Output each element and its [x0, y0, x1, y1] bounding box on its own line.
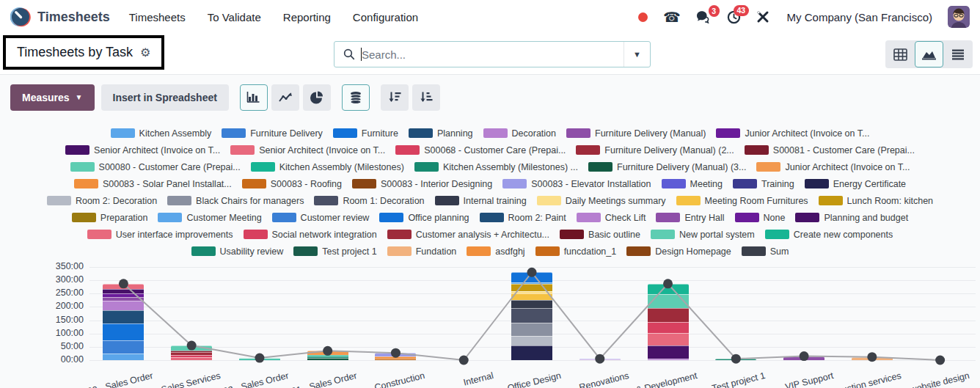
legend-item[interactable]: Office planning — [379, 213, 469, 223]
app-brand[interactable]: Timesheets — [10, 7, 110, 27]
legend-item[interactable]: S00083 - Elevator Installation — [502, 179, 651, 189]
legend-item[interactable]: asdfghj — [467, 246, 524, 257]
graph-view-button[interactable] — [915, 41, 943, 67]
legend-swatch — [502, 179, 527, 188]
legend-item[interactable]: Meeting — [662, 179, 723, 189]
legend-item[interactable]: None — [735, 213, 786, 223]
legend-item[interactable]: S00083 - Roofing — [242, 179, 342, 189]
legend-item[interactable]: Check Lift — [577, 213, 646, 223]
legend-item[interactable]: Sum — [742, 246, 789, 257]
insert-in-spreadsheet-button[interactable]: Insert in Spreadsheet — [101, 84, 229, 111]
bar-chart-button[interactable] — [240, 84, 268, 111]
legend-item[interactable]: Usability review — [191, 246, 284, 257]
bar-segment — [648, 345, 689, 359]
legend-item[interactable]: Junior Architect (Invoice on T... — [716, 128, 869, 139]
legend-item[interactable]: Internal training — [435, 196, 527, 206]
legend-item[interactable]: S00083 - Interior Designing — [352, 179, 492, 189]
pie-chart-button[interactable] — [303, 84, 331, 111]
legend-item[interactable]: Kitchen Assembly (Milestones) — [251, 162, 404, 172]
legend-item[interactable]: Daily Meetings summary — [537, 196, 666, 206]
legend-item[interactable]: User interface improvements — [87, 230, 233, 240]
legend-item[interactable]: Customer review — [272, 213, 370, 223]
legend-item[interactable]: Room 2: Decoration — [47, 196, 157, 206]
legend-item[interactable]: Preparation — [72, 213, 148, 223]
search-dropdown-toggle[interactable]: ▼ — [624, 42, 650, 67]
y-axis-tick-label: 00:00 — [43, 354, 84, 365]
nav-menu-item[interactable]: Reporting — [283, 11, 331, 23]
legend-item[interactable]: Basic outline — [560, 230, 640, 240]
legend-item[interactable]: S00081 - Customer Care (Prepai... — [745, 145, 915, 155]
legend-item[interactable]: Lunch Room: kitchen — [819, 196, 933, 206]
legend-item[interactable]: Furniture — [333, 128, 398, 139]
bar-segment — [511, 323, 552, 336]
legend-swatch — [158, 213, 182, 222]
legend-item[interactable]: S00083 - Solar Panel Installat... — [74, 179, 232, 189]
sort-descending-icon — [388, 91, 401, 103]
debug-tools-icon[interactable] — [756, 10, 769, 23]
list-view-button[interactable] — [943, 41, 972, 67]
legend-item[interactable]: Customer Meeting — [158, 213, 261, 223]
legend-item[interactable]: Furniture Delivery (Manual) (3... — [588, 162, 746, 172]
legend-item[interactable]: Entry Hall — [656, 213, 724, 223]
breadcrumb-highlight-box: Timesheets by Task ⚙ — [3, 35, 164, 70]
activities-icon[interactable]: 43 — [727, 10, 741, 24]
legend-item[interactable]: Black Chairs for managers — [167, 196, 304, 206]
legend-item[interactable]: Fundation — [387, 246, 457, 257]
legend-item[interactable]: Furniture Delivery (Manual) (2... — [576, 145, 734, 155]
bar-chart-icon — [246, 91, 260, 103]
legend-swatch — [230, 145, 255, 155]
legend-item[interactable]: Social network integration — [244, 230, 377, 240]
measures-button[interactable]: Measures ▼ — [10, 84, 95, 111]
legend-item[interactable]: Kitchen Assembly — [111, 128, 212, 139]
legend-item[interactable]: Furniture Delivery (Manual) — [566, 128, 706, 139]
legend-label: Kitchen Assembly (Milestones) ... — [443, 162, 578, 172]
sort-ascending-button[interactable] — [412, 84, 440, 111]
legend-item[interactable]: funcdation_1 — [535, 246, 617, 257]
y-axis-tick-label: 50:00 — [43, 341, 84, 351]
legend-label: Preparation — [100, 213, 148, 223]
control-panel: Timesheets by Task ⚙ ▼ — [0, 34, 980, 75]
search-input[interactable] — [362, 48, 624, 61]
legend-item[interactable]: Test project 1 — [293, 246, 376, 257]
legend-item[interactable]: S00080 - Customer Care (Prepai... — [70, 162, 241, 172]
legend-item[interactable]: Junior Architect (Invoice on T... — [756, 162, 910, 172]
nav-menu-item[interactable]: Timesheets — [129, 11, 186, 23]
pivot-view-button[interactable] — [886, 41, 915, 67]
company-switcher[interactable]: My Company (San Francisco) — [787, 11, 932, 23]
legend-item[interactable]: New portal system — [651, 230, 755, 240]
sort-descending-button[interactable] — [381, 84, 409, 111]
legend-item[interactable]: Meeting Room Furnitures — [676, 196, 808, 206]
legend-label: Junior Architect (Invoice on T... — [785, 162, 910, 172]
user-avatar[interactable] — [948, 6, 970, 28]
legend-item[interactable]: Kitchen Assembly (Milestones) ... — [414, 162, 578, 172]
messages-icon[interactable]: 3 — [696, 10, 712, 23]
stacked-toggle-button[interactable] — [342, 84, 370, 111]
legend-label: Customer analysis + Architectu... — [416, 230, 549, 240]
nav-menu-item[interactable]: Configuration — [353, 11, 418, 23]
legend-item[interactable]: Planning and budget — [795, 213, 908, 223]
legend-item[interactable]: Create new components — [765, 230, 893, 240]
legend-item[interactable]: Training — [733, 179, 794, 189]
line-chart-button[interactable] — [271, 84, 299, 111]
legend-label: Create new components — [794, 230, 893, 240]
gear-icon[interactable]: ⚙ — [140, 45, 150, 59]
nav-menu-item[interactable]: To Validate — [208, 11, 261, 23]
voip-phone-icon[interactable]: ☎ — [663, 10, 681, 24]
legend-item[interactable]: Room 2: Paint — [480, 213, 566, 223]
legend-item[interactable]: Room 1: Decoration — [314, 196, 424, 206]
legend-swatch — [537, 196, 561, 205]
legend-swatch — [395, 145, 420, 155]
bar-segment — [511, 284, 552, 292]
legend-item[interactable]: S00068 - Customer Care (Prepai... — [395, 145, 566, 155]
legend-label: Kitchen Assembly — [139, 128, 212, 139]
legend-item[interactable]: Senior Architect (Invoice on T... — [65, 145, 220, 155]
view-switcher — [885, 40, 973, 68]
legend-item[interactable]: Energy Certificate — [805, 179, 906, 189]
legend-label: Room 2: Decoration — [76, 196, 157, 206]
legend-item[interactable]: Planning — [409, 128, 473, 139]
legend-item[interactable]: Design Homepage — [626, 246, 731, 257]
legend-item[interactable]: Senior Architect (Invoice on T... — [230, 145, 385, 155]
legend-item[interactable]: Customer analysis + Architectu... — [387, 230, 549, 240]
legend-item[interactable]: Furniture Delivery — [222, 128, 323, 139]
legend-item[interactable]: Decoration — [483, 128, 556, 139]
